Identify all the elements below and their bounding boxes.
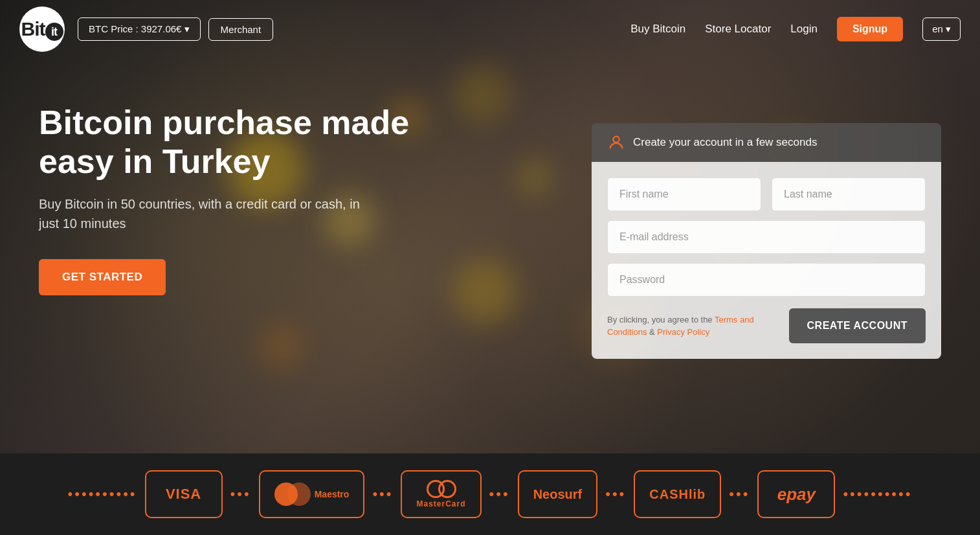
email-input[interactable]	[607, 220, 926, 254]
dots-3: •••	[489, 486, 510, 503]
logo-text: Bitit	[21, 18, 63, 41]
signup-button[interactable]: Signup	[837, 17, 903, 41]
cashlib-label: CASHlib	[649, 487, 706, 502]
dots-1: •••	[230, 486, 251, 503]
signup-header-text: Create your account in a few seconds	[633, 136, 817, 149]
mastercard-logo: MasterCard	[416, 480, 465, 508]
signup-card: Create your account in a few seconds By …	[592, 123, 941, 359]
merchant-button[interactable]: Merchant	[208, 18, 274, 41]
payment-epay: epay	[757, 470, 835, 518]
name-row	[607, 177, 926, 211]
logo[interactable]: Bitit	[19, 6, 65, 52]
payment-mastercard: MasterCard	[401, 470, 481, 518]
maestro-logo: Maestro	[274, 483, 350, 506]
dots-4: •••	[605, 486, 626, 503]
btc-price-button[interactable]: BTC Price : 3927.06€ ▾	[78, 17, 201, 41]
nav-link-login[interactable]: Login	[790, 23, 818, 36]
payment-maestro: Maestro	[259, 470, 365, 518]
signup-card-header: Create your account in a few seconds	[592, 123, 941, 162]
form-bottom: By clicking, you agree to the Terms and …	[607, 308, 926, 343]
nav-right: Buy Bitcoin Store Locator Login Signup e…	[630, 17, 961, 41]
navbar: Bitit BTC Price : 3927.06€ ▾ Merchant Bu…	[0, 0, 980, 58]
payment-strip: •••••••••• VISA ••• Maestro ••• MasterCa…	[0, 453, 980, 535]
signup-card-body: By clicking, you agree to the Terms and …	[592, 162, 941, 359]
user-icon	[607, 133, 625, 152]
payment-neosurf: Neosurf	[518, 470, 598, 518]
language-button[interactable]: en ▾	[922, 17, 961, 41]
nav-link-buy-bitcoin[interactable]: Buy Bitcoin	[630, 23, 685, 36]
terms-prefix: By clicking, you agree to the	[607, 315, 715, 324]
hero-subtitle: Buy Bitcoin in 50 countries, with a cred…	[39, 194, 375, 233]
visa-label: VISA	[166, 486, 201, 503]
hero-title: Bitcoin purchase made easy in Turkey	[39, 104, 427, 181]
hero-section: Bitit BTC Price : 3927.06€ ▾ Merchant Bu…	[0, 0, 980, 453]
mastercard-text: MasterCard	[416, 499, 465, 508]
svg-point-0	[613, 137, 619, 142]
dots-left: ••••••••••	[68, 486, 137, 503]
neosurf-label: Neosurf	[533, 487, 583, 502]
dots-2: •••	[372, 486, 393, 503]
dots-5: •••	[729, 486, 750, 503]
get-started-button[interactable]: GET STARTED	[39, 259, 166, 295]
epay-label: epay	[777, 484, 816, 505]
create-account-button[interactable]: CREATE ACCOUNT	[789, 308, 926, 343]
first-name-input[interactable]	[607, 177, 761, 211]
terms-text: By clicking, you agree to the Terms and …	[607, 313, 779, 339]
payment-cashlib: CASHlib	[634, 470, 721, 518]
last-name-input[interactable]	[772, 177, 926, 211]
password-input[interactable]	[607, 263, 926, 297]
nav-link-store-locator[interactable]: Store Locator	[705, 23, 771, 36]
payment-visa: VISA	[145, 470, 223, 518]
terms-and: &	[647, 327, 657, 337]
dots-right: ••••••••••	[843, 486, 912, 503]
privacy-link[interactable]: Privacy Policy	[657, 327, 709, 337]
maestro-text: Maestro	[315, 489, 350, 499]
